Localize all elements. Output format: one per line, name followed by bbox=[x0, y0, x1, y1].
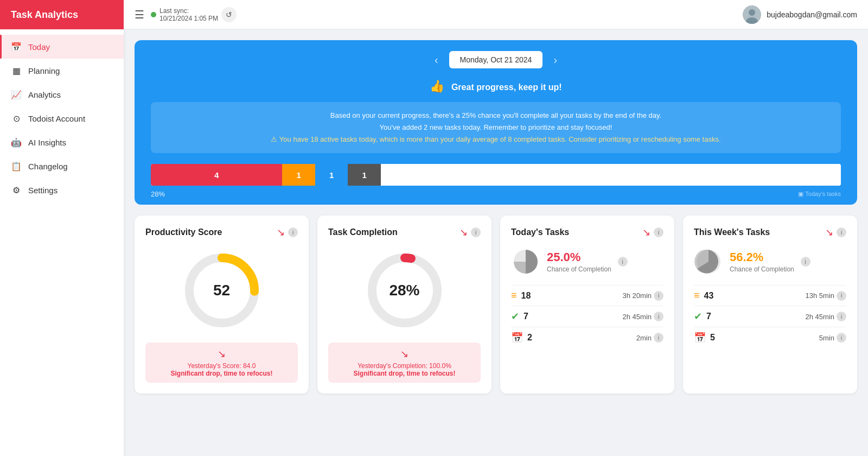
todays-stat-right-1: 2h 45min i bbox=[623, 312, 663, 321]
todays-trend-icon: ↘ bbox=[642, 226, 650, 238]
calendar-icon-2: 📅 bbox=[511, 332, 523, 344]
sidebar-item-settings[interactable]: ⚙Settings bbox=[0, 178, 124, 202]
sync-date: 10/21/2024 1:05 PM bbox=[159, 15, 218, 22]
menu-icon[interactable]: ☰ bbox=[135, 8, 144, 21]
sidebar-label-planning: Planning bbox=[28, 66, 60, 75]
weeks-stat-info-0[interactable]: i bbox=[837, 291, 846, 301]
todays-completion-label: Chance of Completion bbox=[547, 265, 611, 273]
task-completion-info-icon[interactable]: i bbox=[471, 227, 481, 237]
weeks-stat-right-0: 13h 5min i bbox=[806, 291, 846, 301]
weeks-calendar-icon-2: 📅 bbox=[694, 332, 706, 344]
todays-stat-left-0: ≡ 18 bbox=[511, 290, 531, 301]
todays-completion-info: 25.0% Chance of Completion bbox=[547, 250, 611, 273]
todays-completion-pct: 25.0% bbox=[547, 250, 611, 264]
list-icon-0: ≡ bbox=[511, 290, 517, 301]
content-area: ‹ Monday, Oct 21 2024 › 👍 Great progress… bbox=[124, 29, 868, 456]
sidebar-item-today[interactable]: 📅Today bbox=[0, 35, 124, 59]
weeks-completion-info-icon[interactable]: i bbox=[801, 257, 810, 267]
topbar-left: ☰ Last sync: 10/21/2024 1:05 PM ↺ bbox=[135, 7, 237, 22]
todays-stat-info-0[interactable]: i bbox=[654, 291, 663, 301]
todays-tasks-card: Today's Tasks ↘ i 25 bbox=[500, 216, 674, 394]
weeks-stat-right-1: 2h 45min i bbox=[806, 312, 846, 321]
sidebar-item-todoist[interactable]: ⊙Todoist Account bbox=[0, 106, 124, 130]
ai-insights-icon: 🤖 bbox=[11, 137, 22, 148]
todays-stat-left-2: 📅 2 bbox=[511, 332, 532, 344]
task-completion-trend-icon: ↘ bbox=[459, 226, 468, 238]
banner: ‹ Monday, Oct 21 2024 › 👍 Great progress… bbox=[135, 40, 857, 205]
weeks-stat-info-2[interactable]: i bbox=[837, 333, 846, 343]
weeks-info-icon[interactable]: i bbox=[837, 227, 846, 237]
main-area: ☰ Last sync: 10/21/2024 1:05 PM ↺ bujdea… bbox=[124, 0, 868, 456]
task-completion-card: Task Completion ↘ i 28% ↘ Yesterday's Co bbox=[317, 216, 492, 394]
productivity-card-header: Productivity Score ↘ i bbox=[145, 226, 298, 238]
todays-stat-row-2: 📅 2 2min i bbox=[511, 327, 663, 348]
productivity-yesterday: Yesterday's Score: 84.0 bbox=[151, 362, 292, 370]
todays-completion-info-icon[interactable]: i bbox=[618, 257, 628, 267]
weeks-stat-info-1[interactable]: i bbox=[837, 312, 846, 321]
today-icon: 📅 bbox=[11, 41, 22, 52]
todays-stat-info-2[interactable]: i bbox=[654, 333, 663, 343]
task-completion-donut: 28% bbox=[328, 247, 481, 334]
banner-line2: You've added 2 new tasks today. Remember… bbox=[162, 122, 830, 134]
banner-progress: 4111 28% ▣ Today's tasks bbox=[151, 164, 841, 205]
todays-info-icon[interactable]: i bbox=[654, 227, 663, 237]
sidebar-nav: 📅Today▦Planning📈Analytics⊙Todoist Accoun… bbox=[0, 29, 124, 456]
todays-stat-right-2: 2min i bbox=[636, 333, 663, 343]
progress-bar: 4111 bbox=[151, 164, 841, 186]
sidebar-label-today: Today bbox=[28, 42, 50, 52]
productivity-footer: ↘ Yesterday's Score: 84.0 Significant dr… bbox=[145, 343, 298, 383]
sync-label: Last sync: bbox=[159, 7, 218, 15]
banner-date: Monday, Oct 21 2024 bbox=[449, 51, 543, 68]
sidebar-item-analytics[interactable]: 📈Analytics bbox=[0, 83, 124, 106]
productivity-card-title: Productivity Score bbox=[145, 227, 222, 237]
productivity-info-icon[interactable]: i bbox=[288, 227, 298, 237]
progress-segment-3: 1 bbox=[348, 164, 381, 186]
next-date-button[interactable]: › bbox=[553, 54, 557, 66]
productivity-donut: 52 bbox=[145, 247, 298, 334]
banner-line1: Based on your current progress, there's … bbox=[162, 110, 830, 122]
weeks-completion-row: 56.2% Chance of Completion i bbox=[694, 247, 846, 276]
todoist-icon: ⊙ bbox=[11, 113, 22, 124]
sidebar-item-ai-insights[interactable]: 🤖AI Insights bbox=[0, 130, 124, 154]
sync-dot bbox=[151, 12, 156, 17]
todays-stat-info-1[interactable]: i bbox=[654, 312, 663, 321]
todays-pie-chart bbox=[511, 247, 540, 276]
weeks-tasks-actions: ↘ i bbox=[825, 226, 846, 238]
weeks-stat-right-2: 5min i bbox=[819, 333, 846, 343]
check-icon-1: ✔ bbox=[511, 311, 519, 322]
sidebar-label-todoist: Todoist Account bbox=[28, 114, 85, 123]
banner-nav: ‹ Monday, Oct 21 2024 › bbox=[151, 51, 841, 68]
prev-date-button[interactable]: ‹ bbox=[435, 54, 438, 66]
app-title: Task Analytics bbox=[0, 0, 124, 29]
settings-icon: ⚙ bbox=[11, 185, 22, 195]
banner-info-box: Based on your current progress, there's … bbox=[151, 102, 841, 153]
weeks-stat-num-1: 7 bbox=[706, 312, 711, 321]
sidebar-item-planning[interactable]: ▦Planning bbox=[0, 59, 124, 83]
planning-icon: ▦ bbox=[11, 65, 22, 76]
sidebar-label-analytics: Analytics bbox=[28, 90, 61, 99]
todays-completion-row: 25.0% Chance of Completion i bbox=[511, 247, 663, 276]
weeks-completion-label: Chance of Completion bbox=[730, 265, 794, 273]
weeks-stat-row-2: 📅 5 5min i bbox=[694, 327, 846, 348]
avatar bbox=[743, 5, 761, 24]
weeks-completion-pct: 56.2% bbox=[730, 250, 794, 264]
sidebar-item-changelog[interactable]: 📋Changelog bbox=[0, 154, 124, 178]
active-indicator bbox=[0, 35, 2, 59]
todays-stat-row-0: ≡ 18 3h 20min i bbox=[511, 285, 663, 306]
weeks-tasks-header: This Week's Tasks ↘ i bbox=[694, 226, 846, 238]
refresh-button[interactable]: ↺ bbox=[221, 7, 237, 22]
weeks-stat-time-1: 2h 45min bbox=[806, 313, 834, 321]
productivity-card: Productivity Score ↘ i 52 ↘ Yesterday's bbox=[135, 216, 309, 394]
todays-tasks-actions: ↘ i bbox=[642, 226, 663, 238]
productivity-drop-label: Significant drop, time to refocus! bbox=[151, 370, 292, 377]
banner-message: 👍 Great progress, keep it up! bbox=[151, 79, 841, 93]
task-completion-drop-label: Significant drop, time to refocus! bbox=[334, 370, 475, 377]
progress-segment-2: 1 bbox=[315, 164, 348, 186]
todays-stat-num-1: 7 bbox=[524, 312, 528, 321]
weeks-stat-row-1: ✔ 7 2h 45min i bbox=[694, 306, 846, 327]
banner-great-text: Great progress, keep it up! bbox=[451, 83, 562, 92]
progress-segment-4 bbox=[381, 164, 841, 186]
task-completion-title: Task Completion bbox=[328, 227, 398, 237]
sync-info: Last sync: 10/21/2024 1:05 PM ↺ bbox=[151, 7, 237, 22]
weeks-stat-left-2: 📅 5 bbox=[694, 332, 715, 344]
